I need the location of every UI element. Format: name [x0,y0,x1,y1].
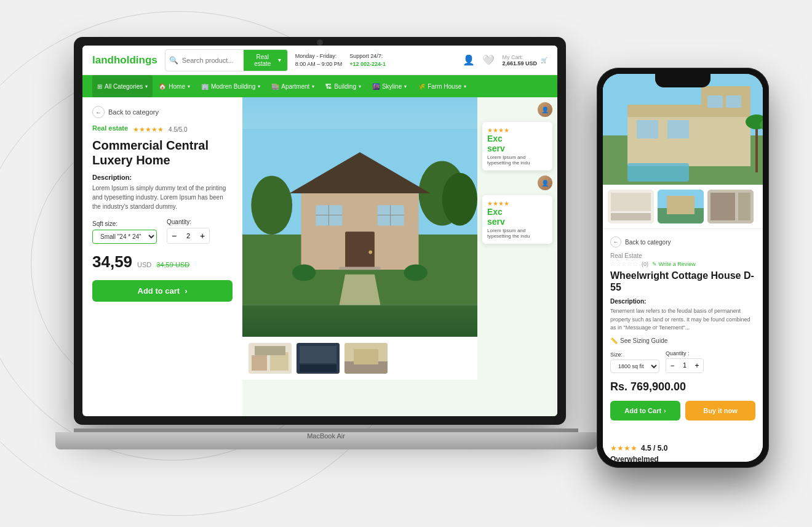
qty-value: 2 [181,232,196,239]
wishlist-icon[interactable]: 🤍 [482,54,495,66]
svg-rect-37 [726,95,741,108]
promo-stars-2: ★★★★ [487,200,547,207]
phone-quantity-option: Quantity : − 1 + [666,350,704,373]
svg-rect-44 [611,193,651,211]
chevron-down-icon: ▾ [312,84,314,89]
promo-text: Lorem Ipsum and typesetting the indu [487,155,547,166]
phone-thumb-svg-1 [608,190,654,223]
svg-rect-20 [252,355,267,371]
nav-building[interactable]: 🏗 Building ▾ [320,75,366,97]
phone-product-title: Wheelwright Cottage House D-55 [610,270,755,293]
arrow-right-icon: › [664,407,666,414]
macbook-screen: landholdings 🔍 Real estate ▾ Monday - Fr… [74,37,566,425]
thumbnail-1[interactable] [249,343,292,374]
phone-add-to-cart-button[interactable]: Add to Cart › [610,401,680,420]
phone-thumb-2[interactable] [658,190,704,223]
phone-qty-decrease[interactable]: − [666,359,679,372]
phone-write-review[interactable]: ✎ Write a Review [652,261,696,267]
add-to-cart-button[interactable]: Add to cart › [92,280,233,302]
arrow-right-icon: › [185,286,187,296]
user-avatar: 👤 [538,102,552,117]
nav-skyline[interactable]: 🌆 Skyline ▾ [367,75,412,97]
cart-icon: 🛒 [541,57,547,63]
product-image-area [242,97,477,416]
chevron-down-icon: ▾ [278,57,281,63]
phone-category: Real Estate [610,252,755,259]
phone-buy-now-button[interactable]: Buy it now [685,401,755,420]
qty-increase-button[interactable]: + [196,228,209,243]
site-header: landholdings 🔍 Real estate ▾ Monday - Fr… [82,46,557,75]
header-icons: 👤 🤍 My Cart: 2,661.59 USD 🛒 [463,54,547,66]
search-icon: 🔍 [165,56,182,65]
phone-back-link[interactable]: ← Back to category [610,236,755,247]
chevron-down-icon: ▾ [258,84,260,89]
svg-rect-36 [707,95,723,108]
nav-modern-building[interactable]: 🏢 Modren Building ▾ [196,75,265,97]
thumbnail-3[interactable] [344,343,388,374]
thumbnail-row [242,337,477,380]
quantity-option-group: Quantity: − 2 + [167,219,210,244]
search-button[interactable]: Real estate ▾ [244,50,287,71]
thumb-svg-1 [249,343,292,374]
product-desc-label: Description: [92,174,233,181]
phone-sizing-link[interactable]: 📏 See Sizing Guide [610,337,755,344]
cart-info[interactable]: My Cart: 2,661.59 USD 🛒 [502,54,547,66]
svg-rect-34 [637,120,658,139]
price-unit: USD [137,261,151,268]
thumbnail-2[interactable] [297,343,340,374]
phone-qty-value: 1 [679,362,691,369]
svg-rect-35 [667,120,689,139]
product-rating: 4.5/5.0 [169,126,188,133]
product-detail-left: ← Back to category Real estate ★★★★★ 4.5… [82,97,242,416]
nav-apartment[interactable]: 🏬 Apartment ▾ [266,75,319,97]
macbook-label: MacBook Air [307,432,345,440]
chevron-down-icon: ▾ [359,84,361,89]
product-price: 34,59 [92,252,132,272]
house-svg [242,97,477,337]
svg-rect-38 [627,163,689,182]
svg-point-14 [368,251,372,254]
user-icon[interactable]: 👤 [463,54,475,66]
review-label: Overwhelmed [610,455,755,462]
svg-point-4 [442,173,477,226]
svg-rect-48 [667,196,695,214]
phone-body: ← Back to category Real Estate ☆☆☆☆☆ (0)… [597,68,769,468]
phone-device: ← Back to category Real Estate ☆☆☆☆☆ (0)… [597,68,775,486]
main-product-image [242,97,477,337]
site-nav: ⊞ All Categories ▾ 🏠 Home ▾ 🏢 Modren Bui… [82,75,557,97]
nav-farm-house[interactable]: 🌾 Farm House ▾ [413,75,471,97]
phone-size-select[interactable]: 1800 sq fit [610,360,659,373]
phone-review-stars: ★★★★ 4.5 / 5.0 [610,444,755,453]
promo-text-2: Lorem Ipsum and typesetting the indu [487,228,547,239]
nav-all-categories[interactable]: ⊞ All Categories ▾ [92,75,153,97]
phone-review-section: ★★★★ 4.5 / 5.0 Overwhelmed [603,436,763,462]
phone-price: Rs. 769,900.00 [610,380,755,393]
ruler-icon: 📏 [610,337,618,344]
product-category: Real estate [92,124,128,132]
phone-rating-count: (0) [642,261,648,267]
review-rating: 4.5 / 5.0 [641,444,667,453]
nav-home[interactable]: 🏠 Home ▾ [154,75,195,97]
qty-decrease-button[interactable]: − [167,228,181,243]
phone-thumb-3[interactable] [707,190,754,223]
phone-thumb-1[interactable] [608,190,654,223]
size-select[interactable]: Small "24 * 24" [92,230,157,244]
chevron-down-icon: ▾ [404,84,407,89]
support-info: Support 24/7: +12 002-224-1 [349,52,386,68]
phone-content: ← Back to category Real Estate ☆☆☆☆☆ (0)… [603,74,763,462]
phone-product-body: ← Back to category Real Estate ☆☆☆☆☆ (0)… [603,229,763,436]
phone-qty-increase[interactable]: + [691,359,703,372]
phone-qty-control: − 1 + [666,358,704,373]
phone-size-option: Size: 1800 sq fit [610,352,659,373]
main-content: ← Back to category Real estate ★★★★★ 4.5… [82,97,557,416]
farm-icon: 🌾 [418,83,425,90]
search-input[interactable] [182,57,244,64]
back-link[interactable]: ← Back to category [92,106,233,118]
macbook-base: MacBook Air [55,432,597,449]
search-bar: 🔍 Real estate ▾ [165,49,288,71]
svg-point-17 [292,265,316,281]
svg-rect-22 [255,346,285,355]
svg-point-2 [251,175,292,235]
chevron-down-icon: ▾ [188,84,190,89]
svg-point-18 [404,265,428,281]
